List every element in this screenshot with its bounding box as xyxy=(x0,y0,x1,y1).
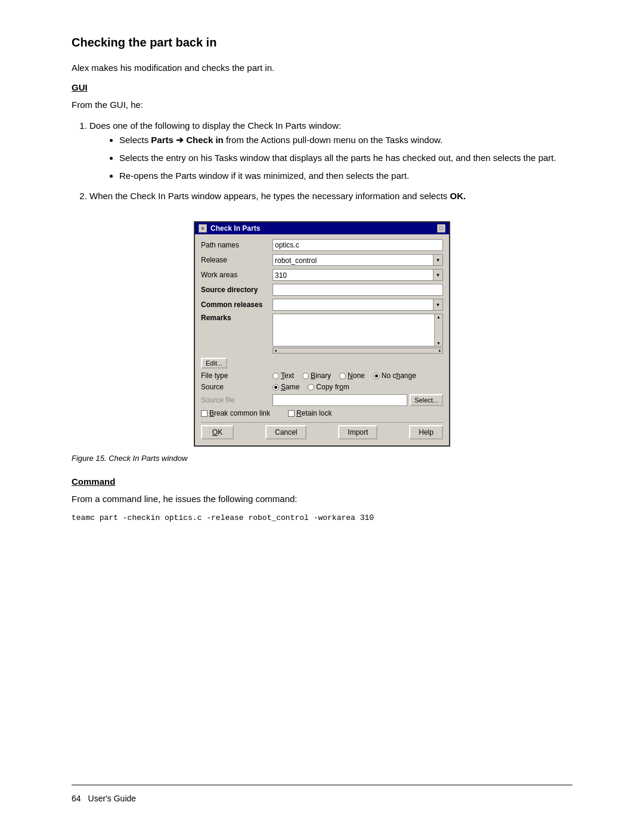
radio-copy-from[interactable]: Copy from xyxy=(308,383,349,391)
work-areas-label: Work areas xyxy=(201,271,273,279)
radio-text-circle[interactable] xyxy=(273,373,279,379)
radio-binary-circle[interactable] xyxy=(302,373,309,379)
titlebar-left: ≡ Check In Parts xyxy=(199,224,260,233)
radio-binary[interactable]: Binary xyxy=(302,371,331,380)
source-dir-row: Source directory xyxy=(201,284,443,296)
release-row: Release robot_control ▼ xyxy=(201,254,443,266)
break-common-link-box[interactable] xyxy=(201,410,208,417)
select-button[interactable]: Select... xyxy=(410,394,443,406)
release-label: Release xyxy=(201,256,273,264)
radio-none-label: None xyxy=(348,371,365,380)
common-releases-value xyxy=(273,299,433,310)
remarks-textarea-wrapper: ▲ ▼ xyxy=(273,314,443,346)
retain-lock-box[interactable] xyxy=(288,410,295,417)
bold-parts: Parts ➔ Check in xyxy=(151,135,223,145)
radio-copy-from-circle[interactable] xyxy=(308,384,314,391)
common-releases-arrow[interactable]: ▼ xyxy=(433,299,442,310)
step-list: Does one of the following to display the… xyxy=(89,119,572,203)
break-common-link-checkbox[interactable]: Break common link xyxy=(201,409,270,417)
command-heading: Command xyxy=(72,476,572,487)
source-file-input[interactable] xyxy=(273,394,407,406)
dialog-titlebar: ≡ Check In Parts □ xyxy=(195,222,449,234)
intro-paragraph: Alex makes his modification and checks t… xyxy=(72,61,572,75)
import-button[interactable]: Import xyxy=(338,425,377,439)
action-buttons-row: OK Cancel Import Help xyxy=(201,422,443,441)
dialog-title: Check In Parts xyxy=(210,224,260,233)
radio-same[interactable]: Same xyxy=(273,383,299,391)
scroll-up-arrow[interactable]: ▲ xyxy=(436,315,441,319)
radio-no-change-label: No change xyxy=(382,371,416,380)
scroll-right-arrow[interactable]: ► xyxy=(438,349,442,352)
source-row: Source Same Copy from xyxy=(201,383,443,391)
remarks-text[interactable] xyxy=(273,314,434,346)
horizontal-scrollbar: ◄ ► xyxy=(273,348,443,354)
page-title: Checking the part back in xyxy=(72,36,572,49)
step-2: When the Check In Parts window appears, … xyxy=(89,189,572,203)
figure-caption: Figure 15. Check In Parts window xyxy=(72,453,572,465)
scroll-down-arrow[interactable]: ▼ xyxy=(436,341,441,345)
common-releases-label: Common releases xyxy=(201,301,273,309)
radio-none[interactable]: None xyxy=(339,371,365,380)
path-names-input[interactable] xyxy=(273,239,443,251)
radio-no-change-circle[interactable] xyxy=(373,373,380,379)
edit-button-row: Edit... xyxy=(201,357,443,368)
footer-page-number: 64 xyxy=(72,794,81,803)
help-button[interactable]: Help xyxy=(409,425,443,439)
radio-copy-from-label: Copy from xyxy=(316,383,349,391)
dialog-container: ≡ Check In Parts □ Path names Release ro… xyxy=(72,221,572,447)
source-radio-group: Same Copy from xyxy=(273,383,443,391)
common-releases-row: Common releases ▼ xyxy=(201,299,443,311)
retain-lock-checkbox[interactable]: Retain lock xyxy=(288,409,332,417)
bullet-1: Selects Parts ➔ Check in from the Action… xyxy=(119,133,572,147)
close-button[interactable]: □ xyxy=(437,224,445,233)
source-file-row: Source file Select... xyxy=(201,394,443,406)
bold-ok: OK. xyxy=(450,191,466,201)
scroll-left-arrow[interactable]: ◄ xyxy=(274,349,277,352)
page-footer: 64 User's Guide xyxy=(72,794,136,803)
file-type-label: File type xyxy=(201,371,273,380)
title-icon: ≡ xyxy=(199,224,207,233)
remarks-scrollbar: ▲ ▼ xyxy=(434,314,442,346)
gui-heading: GUI xyxy=(72,82,572,92)
path-names-row: Path names xyxy=(201,239,443,251)
bullet-list: Selects Parts ➔ Check in from the Action… xyxy=(119,133,572,183)
dialog-body: Path names Release robot_control ▼ Work … xyxy=(195,234,449,445)
dialog-window: ≡ Check In Parts □ Path names Release ro… xyxy=(194,221,450,447)
bullet-2: Selects the entry on his Tasks window th… xyxy=(119,151,572,165)
remarks-section: Remarks ▲ ▼ ◄ ► xyxy=(201,314,443,354)
remarks-label: Remarks xyxy=(201,314,273,354)
break-common-link-label: Break common link xyxy=(209,409,270,417)
source-dir-label: Source directory xyxy=(201,286,273,294)
radio-binary-label: Binary xyxy=(311,371,331,380)
radio-text-label: Text xyxy=(281,371,294,380)
work-areas-dropdown-arrow[interactable]: ▼ xyxy=(433,270,442,280)
footer-label: User's Guide xyxy=(88,794,136,803)
work-areas-value: 310 xyxy=(273,270,433,280)
edit-button[interactable]: Edit... xyxy=(201,358,227,368)
radio-text[interactable]: Text xyxy=(273,371,294,380)
cancel-button[interactable]: Cancel xyxy=(265,425,306,439)
release-dropdown[interactable]: robot_control ▼ xyxy=(273,254,443,266)
source-label: Source xyxy=(201,383,273,391)
command-code: teamc part -checkin optics.c -release ro… xyxy=(72,513,572,524)
release-value: robot_control xyxy=(273,255,433,265)
bullet-3: Re-opens the Parts window if it was mini… xyxy=(119,169,572,183)
radio-no-change[interactable]: No change xyxy=(373,371,416,380)
release-dropdown-arrow[interactable]: ▼ xyxy=(433,255,442,265)
from-gui-text: From the GUI, he: xyxy=(72,98,572,112)
work-areas-dropdown[interactable]: 310 ▼ xyxy=(273,269,443,281)
footer-rule xyxy=(72,785,572,785)
page-content: Checking the part back in Alex makes his… xyxy=(72,36,572,524)
source-dir-input[interactable] xyxy=(273,284,443,296)
source-file-label: Source file xyxy=(201,396,273,404)
step-1-text: Does one of the following to display the… xyxy=(89,120,341,131)
radio-none-circle[interactable] xyxy=(339,373,346,379)
radio-same-label: Same xyxy=(281,383,299,391)
file-type-radio-group: Text Binary None No change xyxy=(273,371,443,380)
ok-button[interactable]: OK xyxy=(201,425,234,439)
footer-content: 64 User's Guide xyxy=(72,794,136,803)
radio-same-circle[interactable] xyxy=(273,384,279,391)
common-releases-dropdown[interactable]: ▼ xyxy=(273,299,443,311)
command-intro: From a command line, he issues the follo… xyxy=(72,493,572,506)
step-1: Does one of the following to display the… xyxy=(89,119,572,183)
